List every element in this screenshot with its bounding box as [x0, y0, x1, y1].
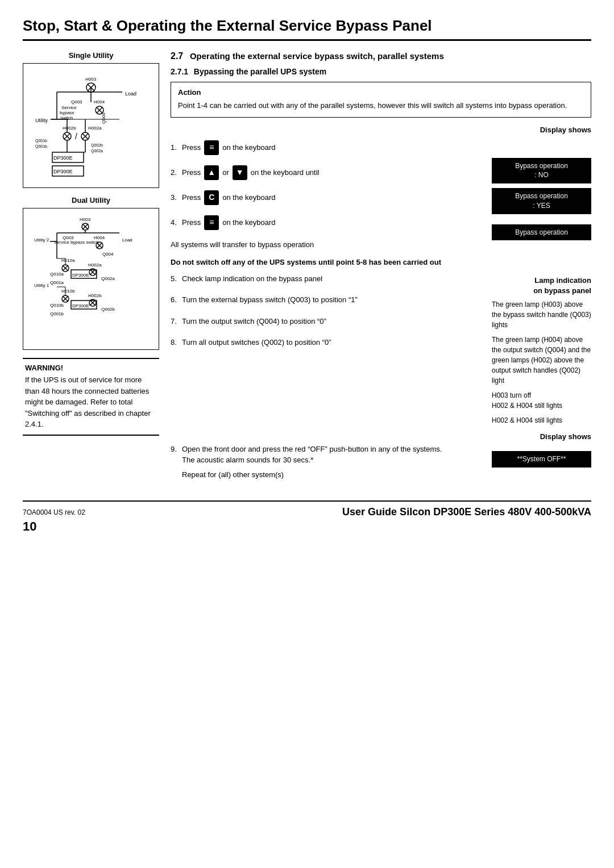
step-4-row: 4. Press ≡ on the keyboard — [171, 215, 480, 230]
step-6-text: Turn the external bypass switch (Q003) t… — [182, 294, 358, 306]
dual-utility-diagram: Utility 2 Utility 1 Load H003 Q003 Servi… — [23, 208, 159, 350]
svg-text:Utility 2: Utility 2 — [34, 237, 49, 243]
dual-utility-svg: Utility 2 Utility 1 Load H003 Q003 Servi… — [28, 213, 154, 344]
steps-1-4-area: 1. Press ≡ on the keyboard 2. Press ▲ or… — [171, 123, 591, 253]
step-6-num: 6. — [171, 294, 182, 306]
step-1-press: Press — [182, 142, 201, 153]
step-1-content: Press ≡ on the keyboard — [182, 140, 275, 155]
svg-text:Q003: Q003 — [71, 99, 82, 105]
svg-text:Utility 1: Utility 1 — [34, 283, 49, 288]
section-title: Operating the external service bypass sw… — [190, 51, 444, 61]
page-title: Stop, Start & Operating the External Ser… — [23, 17, 591, 41]
svg-text:bypass: bypass — [60, 110, 74, 115]
svg-text:Q001b: Q001b — [35, 139, 47, 143]
lamp-text-6: The green lamp (H004) above the output s… — [492, 335, 591, 386]
footer-page-num: 10 — [23, 519, 36, 534]
svg-text:Q002b: Q002b — [101, 307, 115, 312]
sub-num: 2.7.1 — [171, 67, 188, 76]
steps-list-9: 9. Open the front door and press the red… — [171, 430, 486, 491]
step-9-num: 9. — [171, 444, 182, 455]
step-2-press: Press — [182, 167, 201, 178]
svg-text:H004: H004 — [94, 235, 105, 240]
step-9-content: Open the front door and press the red “O… — [182, 444, 442, 481]
bypass-yes-badge: Bypass operation: YES — [492, 188, 591, 214]
system-off-badge: **System OFF** — [492, 451, 591, 468]
action-box: Action Point 1-4 can be carried out with… — [171, 82, 591, 118]
svg-text:H010b: H010b — [61, 289, 75, 294]
lamp-label: Lamp indicationon bypass panel — [492, 276, 591, 296]
svg-text:H002a: H002a — [88, 126, 102, 131]
step-8-num: 8. — [171, 337, 182, 348]
step-1-icon: ≡ — [204, 140, 219, 155]
single-utility-svg: Utility Load H003 Q003 Service bypass — [28, 68, 154, 182]
svg-text:Q002a: Q002a — [91, 149, 103, 153]
sub-title: Bypassing the parallel UPS system — [194, 67, 326, 76]
svg-text:Q002a: Q002a — [101, 276, 115, 281]
svg-text:/: / — [75, 132, 77, 141]
step-5-text: Check lamp indication on the bypass pane… — [182, 273, 322, 285]
step-3-press: Press — [182, 192, 201, 203]
svg-text:H002b: H002b — [63, 126, 76, 131]
lamp-text-8: H002 & H004 still lights — [492, 415, 591, 425]
svg-text:DP300E: DP300E — [53, 155, 73, 161]
step-2-or: or — [222, 167, 229, 178]
step-4-num: 4. — [171, 217, 182, 228]
svg-text:H003: H003 — [80, 217, 91, 222]
display-shows-col-1: Display shows Bypass operation: NO Bypas… — [492, 123, 591, 245]
svg-text:Q004: Q004 — [101, 112, 106, 124]
step-3-content: Press C on the keyboard — [182, 190, 275, 205]
step-4-press: Press — [182, 217, 201, 228]
step-7-num: 7. — [171, 316, 182, 327]
svg-text:Q002b: Q002b — [91, 143, 103, 148]
step-8-row: 8. Turn all output switches (Q002) to po… — [171, 337, 480, 348]
step-9-text: Open the front door and press the red “O… — [182, 444, 442, 466]
svg-text:Q010a: Q010a — [50, 272, 64, 277]
steps-list-1-4: 1. Press ≡ on the keyboard 2. Press ▲ or… — [171, 123, 486, 253]
bold-warning: Do not switch off any of the UPS systems… — [171, 258, 591, 266]
svg-text:switch: switch — [60, 115, 73, 120]
step-5-num: 5. — [171, 273, 182, 285]
svg-text:Q001b: Q001b — [35, 144, 47, 149]
step-6-row: 6. Turn the external bypass switch (Q003… — [171, 294, 480, 306]
right-column: 2.7 Operating the external service bypas… — [171, 51, 591, 490]
section-num: 2.7 — [171, 51, 183, 61]
step-1-row: 1. Press ≡ on the keyboard — [171, 140, 480, 155]
svg-text:H003: H003 — [85, 77, 97, 82]
svg-text:Q001a: Q001a — [50, 280, 64, 285]
svg-text:DP300E: DP300E — [72, 273, 89, 278]
single-utility-diagram: Utility Load H003 Q003 Service bypass — [23, 63, 159, 188]
step-9-row: 9. Open the front door and press the red… — [171, 444, 480, 481]
step-1-text: on the keyboard — [222, 142, 275, 153]
single-utility-label: Single Utility — [23, 51, 159, 60]
lamp-text-7: H003 turn offH002 & H004 still lights — [492, 390, 591, 411]
lamp-col: Lamp indicationon bypass panel The green… — [492, 273, 591, 430]
svg-text:Q001b: Q001b — [50, 311, 64, 316]
step-2-num: 2. — [171, 167, 182, 178]
svg-text:Q010b: Q010b — [50, 303, 64, 308]
step-2-content: Press ▲ or ▼ on the keyboard until — [182, 165, 320, 180]
svg-text:DP300E: DP300E — [53, 169, 73, 174]
warning-label: WARNING! — [25, 364, 157, 372]
svg-text:Load: Load — [125, 91, 136, 97]
svg-text:H004: H004 — [94, 99, 105, 105]
svg-text:H002b: H002b — [88, 293, 102, 298]
step-8-text: Turn all output switches (Q002) to posit… — [182, 337, 331, 348]
display-shows-label: Display shows — [492, 126, 591, 134]
svg-text:Service bypass switch: Service bypass switch — [54, 240, 99, 245]
display-shows-label-2: Display shows — [492, 432, 591, 441]
step-9-area: 9. Open the front door and press the red… — [171, 430, 591, 491]
warning-text: If the UPS is out of service for more th… — [25, 374, 157, 430]
display-shows-col-2: Display shows **System OFF** — [492, 430, 591, 472]
lamp-text-5: The green lamp (H003) above the bypass s… — [492, 299, 591, 330]
step-2-up-icon: ▲ — [204, 165, 219, 180]
step-3-num: 3. — [171, 192, 182, 203]
footer-ref: 7OA0004 US rev. 02 — [23, 508, 85, 516]
steps-list-5-8: 5. Check lamp indication on the bypass p… — [171, 273, 486, 358]
step-3-row: 3. Press C on the keyboard — [171, 190, 480, 205]
dual-utility-label: Dual Utility — [23, 196, 159, 205]
step-3-text: on the keyboard — [222, 192, 275, 203]
footer-title: User Guide Silcon DP300E Series 480V 400… — [342, 506, 591, 518]
action-text: Point 1-4 can be carried out with any of… — [178, 100, 584, 111]
warning-box: WARNING! If the UPS is out of service fo… — [23, 358, 159, 436]
step-4-icon: ≡ — [204, 215, 219, 230]
